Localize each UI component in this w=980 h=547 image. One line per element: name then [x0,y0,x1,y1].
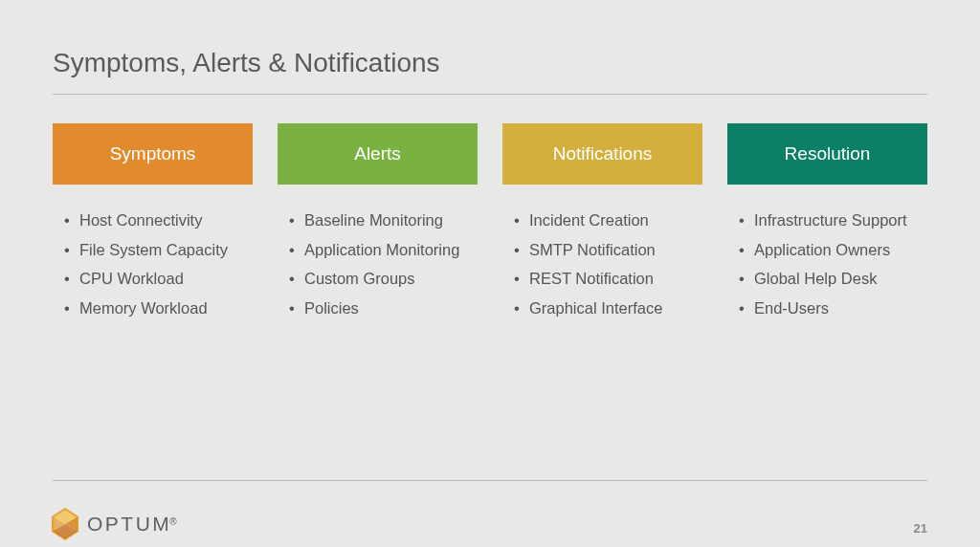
column-list-symptoms: Host Connectivity File System Capacity C… [53,206,253,322]
column-resolution: Resolution Infrastructure Support Applic… [727,123,927,322]
column-list-resolution: Infrastructure Support Application Owner… [727,206,927,322]
column-list-alerts: Baseline Monitoring Application Monitori… [278,206,478,322]
column-list-notifications: Incident Creation SMTP Notification REST… [502,206,702,322]
list-item: Custom Groups [289,264,478,294]
list-item: Application Owners [739,235,927,265]
slide-footer: OPTUM® 21 [53,480,927,547]
list-item: End-Users [739,294,927,323]
list-item: Memory Workload [64,294,253,323]
list-item: File System Capacity [64,235,253,265]
logo-text: OPTUM® [87,513,177,536]
slide-title: Symptoms, Alerts & Notifications [53,48,927,95]
list-item: CPU Workload [64,264,253,294]
list-item: Application Monitoring [289,235,478,265]
list-item: SMTP Notification [514,235,702,265]
column-symptoms: Symptoms Host Connectivity File System C… [53,123,253,322]
list-item: Global Help Desk [739,264,927,294]
list-item: Graphical Interface [514,294,702,323]
slide: Symptoms, Alerts & Notifications Symptom… [0,0,980,547]
list-item: Host Connectivity [64,206,253,235]
logo: OPTUM® [48,507,177,541]
page-number: 21 [914,521,927,536]
logo-name: OPTUM [87,513,171,535]
column-header-notifications: Notifications [502,123,702,185]
columns-container: Symptoms Host Connectivity File System C… [53,123,927,322]
list-item: Infrastructure Support [739,206,927,235]
registered-mark: ® [169,516,176,527]
column-header-symptoms: Symptoms [53,123,253,185]
list-item: Baseline Monitoring [289,206,478,235]
column-notifications: Notifications Incident Creation SMTP Not… [502,123,702,322]
list-item: REST Notification [514,264,702,294]
column-header-resolution: Resolution [727,123,927,185]
optum-logo-icon [48,507,82,541]
list-item: Policies [289,294,478,323]
list-item: Incident Creation [514,206,702,235]
column-alerts: Alerts Baseline Monitoring Application M… [278,123,478,322]
column-header-alerts: Alerts [278,123,478,185]
